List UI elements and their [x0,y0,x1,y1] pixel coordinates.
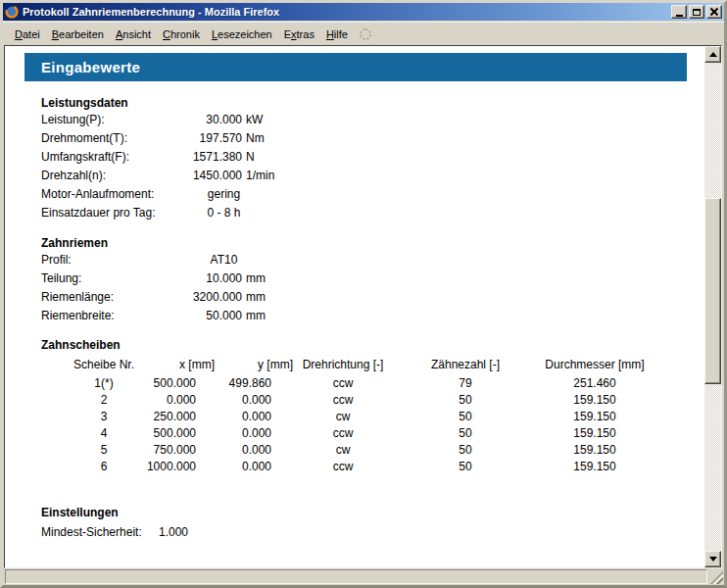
row-label: Teilung: [41,270,178,288]
row-label: Einsatzdauer pro Tag: [41,204,178,222]
row-unit: Nm [246,129,265,148]
page-title: Eingabewerte [24,53,687,81]
table-cell: 50 [459,409,471,425]
maximize-button[interactable] [689,5,704,19]
menu-item-bearbeiten[interactable]: Bearbeiten [46,25,110,43]
menu-item-lesezeichen[interactable]: Lesezeichen [206,25,278,43]
data-row: Mindest-Sicherheit: 1.000 [41,523,704,542]
page-viewport: Eingabewerte LeistungsdatenLeistung(P):3… [5,46,704,567]
data-row: Riemenbreite:50.000mm [41,307,704,325]
column-header: Drehrichtung [-] [303,358,384,371]
data-row: Teilung:10.000mm [41,270,704,288]
column-header: Zähnezahl [-] [431,358,500,371]
row-value: 50.000 [178,307,242,325]
table-cell: 1000.000 [147,459,196,475]
row-value: 10.000 [178,270,242,288]
pulley-table: Scheibe Nr.x [mm]y [mm]Drehrichtung [-]Z… [41,358,654,475]
row-value: 30.000 [178,111,242,129]
table-cell: 159.150 [573,459,615,475]
statusbar [3,568,724,585]
row-label: Umfangskraft(F): [41,148,178,167]
table-cell: 159.150 [573,425,615,442]
data-row: Motor-Anlaufmoment:gering [41,185,704,204]
maximize-icon [693,9,701,16]
table-cell: 79 [459,375,471,392]
data-row: Einsatzdauer pro Tag:0 - 8 h [41,204,704,222]
table-row: 61000.0000.000ccw50159.150 [41,459,654,475]
status-text [5,569,707,584]
content-frame: Eingabewerte LeistungsdatenLeistung(P):3… [4,45,722,568]
table-cell: ccw [333,459,354,475]
scroll-down-arrow-icon [709,557,717,562]
row-label: Profil: [41,251,178,270]
browser-window: Protokoll Zahnriemenberechnung - Mozilla… [0,0,727,588]
table-cell: 5 [101,442,108,459]
table-cell: 3 [101,409,108,425]
row-unit: mm [246,288,266,307]
row-value: AT10 [178,251,269,270]
table-cell: 50 [459,459,471,475]
table-row: 4500.0000.000ccw50159.150 [41,425,654,442]
row-value: 1571.380 [178,148,242,167]
row-unit: 1/min [246,167,274,185]
table-cell: 0.000 [242,459,271,475]
data-row: Leistung(P):30.000kW [41,111,704,129]
close-button[interactable] [706,5,722,19]
titlebar[interactable]: Protokoll Zahnriemenberechnung - Mozilla… [3,3,724,21]
menu-item-datei[interactable]: Datei [9,25,46,43]
firefox-icon [5,5,19,19]
scroll-up-arrow-icon [709,52,717,57]
resize-grip-icon[interactable] [710,571,723,584]
table-cell: 0.000 [167,392,196,409]
sections: LeistungsdatenLeistung(P):30.000kWDrehmo… [41,96,704,325]
row-value: 1450.000 [178,167,242,185]
table-cell: cw [336,442,351,459]
pulley-section: Zahnscheiben Scheibe Nr.x [mm]y [mm]Dreh… [41,338,704,475]
table-cell: 500.000 [154,425,196,442]
row-label: Mindest-Sicherheit: [41,523,159,542]
pulley-table-header: Scheibe Nr.x [mm]y [mm]Drehrichtung [-]Z… [41,358,654,375]
section-title: Zahnscheiben [41,338,704,353]
menubar-items: DateiBearbeitenAnsichtChronikLesezeichen… [9,25,354,43]
row-label: Drehmoment(T): [41,129,178,148]
table-row: 20.0000.000ccw50159.150 [41,392,654,409]
minimize-icon [676,15,683,17]
settings-section: Einstellungen Mindest-Sicherheit: 1.000 [41,506,704,542]
table-cell: 50 [459,442,471,459]
row-value: 0 - 8 h [178,204,269,222]
row-value: 1.000 [159,523,188,542]
data-row: Umfangskraft(F):1571.380N [41,148,704,167]
table-cell: 499.860 [229,375,271,392]
column-header: x [mm] [179,358,215,371]
data-row: Drehmoment(T):197.570Nm [41,129,704,148]
table-cell: 50 [459,425,471,442]
data-row: Riemenlänge:3200.000mm [41,288,704,307]
row-label: Riemenlänge: [41,288,178,307]
scroll-down-button[interactable] [704,551,721,567]
table-cell: 50 [459,392,471,409]
table-row: 3250.0000.000cw50159.150 [41,409,654,425]
pulley-table-body: 1(*)500.000499.860ccw79251.46020.0000.00… [41,375,654,475]
menu-item-chronik[interactable]: Chronik [157,25,206,43]
table-row: 5750.0000.000cw50159.150 [41,442,654,459]
section-zahnriemen: ZahnriemenProfil:AT10Teilung:10.000mmRie… [41,236,704,325]
table-cell: ccw [333,425,354,442]
menu-item-hilfe[interactable]: Hilfe [320,25,354,43]
minimize-button[interactable] [671,5,687,19]
scrollbar-thumb[interactable] [704,198,721,384]
menubar: DateiBearbeitenAnsichtChronikLesezeichen… [3,22,724,45]
close-icon [710,8,718,16]
menu-item-ansicht[interactable]: Ansicht [110,25,157,43]
scroll-up-button[interactable] [704,46,721,63]
row-label: Drehzahl(n): [41,167,178,185]
row-unit: kW [246,111,263,129]
table-cell: 0.000 [242,442,271,459]
column-header: y [mm] [258,358,293,371]
data-row: Profil:AT10 [41,251,704,270]
vertical-scrollbar[interactable] [704,46,721,567]
table-cell: 750.000 [154,442,196,459]
menu-item-extras[interactable]: Extras [278,25,320,43]
table-cell: 159.150 [573,392,615,409]
table-cell: 1(*) [94,375,113,392]
table-row: 1(*)500.000499.860ccw79251.460 [41,375,654,392]
